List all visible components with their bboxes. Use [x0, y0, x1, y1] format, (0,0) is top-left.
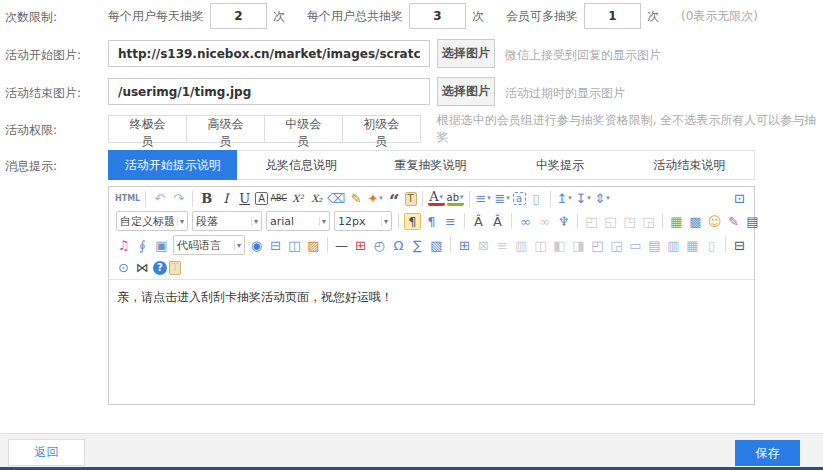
- fullscreen-icon[interactable]: ⊡: [731, 190, 748, 207]
- editor-content[interactable]: 亲，请点击进入刮刮卡抽奖活动页面，祝您好运哦！: [109, 280, 754, 401]
- emotion-icon[interactable]: ☺: [706, 213, 723, 230]
- end-image-input[interactable]: [108, 78, 430, 105]
- format-brush-icon[interactable]: ✎: [348, 190, 365, 207]
- tab-活动结束说明[interactable]: 活动结束说明: [625, 151, 754, 179]
- start-image-pick-button[interactable]: 选择图片: [437, 39, 495, 68]
- table-title-row-icon[interactable]: ▤: [646, 237, 663, 254]
- print-icon[interactable]: ⊟: [731, 237, 748, 254]
- undo-icon[interactable]: ↶: [151, 190, 168, 207]
- font-border-icon[interactable]: A: [255, 192, 268, 205]
- toolbar-separator: [327, 237, 328, 253]
- table-align-center-icon[interactable]: ◲: [608, 237, 625, 254]
- total-limit-input[interactable]: [409, 3, 466, 29]
- formula-icon[interactable]: ∑: [409, 237, 426, 254]
- case-lower-icon[interactable]: Ǎ: [489, 213, 506, 230]
- toolbar-separator: [450, 237, 451, 253]
- page-break-icon[interactable]: ⊟: [267, 237, 284, 254]
- insert-iframe-icon[interactable]: ▣: [153, 237, 170, 254]
- start-image-input[interactable]: [108, 40, 430, 67]
- blank-doc-icon[interactable]: ▯: [528, 190, 545, 207]
- paragraph-space-before-icon[interactable]: ↥▾: [556, 190, 573, 207]
- insert-time-icon[interactable]: ◴: [371, 237, 388, 254]
- member-extra-unit: 次: [647, 8, 659, 25]
- horizontal-rule-icon[interactable]: —: [333, 237, 350, 254]
- image-align-center-icon: ◲: [640, 213, 657, 230]
- anchor-icon[interactable]: ♆: [555, 213, 572, 230]
- tab-重复抽奖说明[interactable]: 重复抽奖说明: [366, 151, 495, 179]
- tab-活动开始提示说明[interactable]: 活动开始提示说明: [108, 150, 237, 180]
- blockquote-icon[interactable]: “: [386, 190, 403, 207]
- insert-video-icon[interactable]: ▤: [744, 213, 761, 230]
- total-limit-label: 每个用户总共抽奖: [307, 8, 403, 25]
- table-sort-icon[interactable]: ▦: [684, 237, 701, 254]
- attachment-icon[interactable]: ∮: [134, 237, 151, 254]
- eraser-icon[interactable]: ⌫: [327, 190, 345, 207]
- end-image-pick-button[interactable]: 选择图片: [437, 77, 495, 106]
- tab-兑奖信息说明[interactable]: 兑奖信息说明: [236, 151, 365, 179]
- highlight-color-icon[interactable]: ab▾: [447, 191, 464, 206]
- member-group-button-4[interactable]: 初级会员: [342, 115, 421, 143]
- font-family-select[interactable]: arial▾: [266, 211, 330, 231]
- subscript-icon[interactable]: X₂: [308, 190, 325, 207]
- superscript-icon[interactable]: X²: [289, 190, 306, 207]
- bold-icon[interactable]: B: [198, 190, 215, 207]
- strikethrough-icon[interactable]: ABC: [270, 190, 287, 207]
- split-cells-rows-icon: ◧: [551, 237, 568, 254]
- scrawl-icon[interactable]: ✎: [725, 213, 742, 230]
- word-image-icon[interactable]: ▨: [305, 237, 322, 254]
- case-upper-icon[interactable]: Â: [470, 213, 487, 230]
- toolbar-separator: [398, 213, 399, 229]
- snapshot-icon[interactable]: ◉: [248, 237, 265, 254]
- message-tab-bar: 活动开始提示说明兑奖信息说明重复抽奖说明中奖提示活动结束说明: [108, 150, 755, 180]
- code-language-select[interactable]: 代码语言▾: [173, 235, 245, 255]
- anchor-mark-icon[interactable]: a: [513, 192, 526, 205]
- dir-ltr-icon[interactable]: ¶: [404, 213, 421, 230]
- tab-中奖提示[interactable]: 中奖提示: [495, 151, 624, 179]
- total-limit-unit: 次: [472, 8, 484, 25]
- toolbar-separator: [662, 213, 663, 229]
- underline-icon[interactable]: U: [236, 190, 253, 207]
- insert-date-icon[interactable]: ⊞: [352, 237, 369, 254]
- toolbar-separator: [464, 213, 465, 229]
- custom-title-select[interactable]: 自定义标题▾: [116, 211, 188, 231]
- message-label: 消息提示:: [5, 158, 105, 175]
- paragraph-select[interactable]: 段落▾: [192, 211, 262, 231]
- save-button[interactable]: 保存: [735, 440, 800, 466]
- end-image-hint: 活动过期时的显示图片: [505, 85, 625, 102]
- special-chars-icon[interactable]: Ω: [390, 237, 407, 254]
- auto-typeset-icon[interactable]: ✦▾: [367, 190, 384, 207]
- italic-icon[interactable]: I: [217, 190, 234, 207]
- member-extra-label: 会员可多抽奖: [506, 8, 578, 25]
- font-color-icon[interactable]: A▾: [428, 191, 445, 206]
- dir-rtl-icon[interactable]: ¶: [423, 213, 440, 230]
- redo-icon[interactable]: ↷: [170, 190, 187, 207]
- html-source-icon[interactable]: HTML: [115, 190, 140, 207]
- music-icon[interactable]: ♫: [115, 237, 132, 254]
- table-title-col-icon[interactable]: ▥: [665, 237, 682, 254]
- upload-image-icon[interactable]: ▩: [687, 213, 704, 230]
- limit-label: 次数限制:: [5, 9, 105, 26]
- font-size-select[interactable]: 12px▾: [334, 211, 392, 231]
- search-replace-icon[interactable]: ⋈: [134, 259, 151, 276]
- template-icon[interactable]: ◫: [286, 237, 303, 254]
- link-icon[interactable]: ∞: [517, 213, 534, 230]
- member-group-button-2[interactable]: 高级会员: [186, 115, 265, 143]
- preview-icon[interactable]: ⊙: [115, 259, 132, 276]
- paste-text-icon[interactable]: T: [405, 192, 417, 206]
- member-group-button-3[interactable]: 中级会员: [264, 115, 343, 143]
- insert-image-icon[interactable]: ▦: [668, 213, 685, 230]
- line-height-icon[interactable]: ⇕▾: [594, 190, 611, 207]
- paragraph-space-after-icon[interactable]: ↧▾: [575, 190, 592, 207]
- unordered-list-icon[interactable]: ≣▾: [494, 190, 511, 207]
- back-button[interactable]: 返回: [8, 439, 85, 466]
- table-full-width-icon[interactable]: ▭: [627, 237, 644, 254]
- member-group-button-1[interactable]: 终极会员: [108, 115, 187, 143]
- indent-icon[interactable]: ≡: [442, 213, 459, 230]
- insert-table-icon[interactable]: ⊞: [456, 237, 473, 254]
- table-align-left-icon[interactable]: ◰: [589, 237, 606, 254]
- daily-limit-input[interactable]: [210, 3, 267, 29]
- member-extra-input[interactable]: [584, 3, 641, 29]
- background-icon[interactable]: ▧: [428, 237, 445, 254]
- ordered-list-icon[interactable]: ≡▾: [475, 190, 492, 207]
- help-icon[interactable]: ?: [153, 261, 167, 275]
